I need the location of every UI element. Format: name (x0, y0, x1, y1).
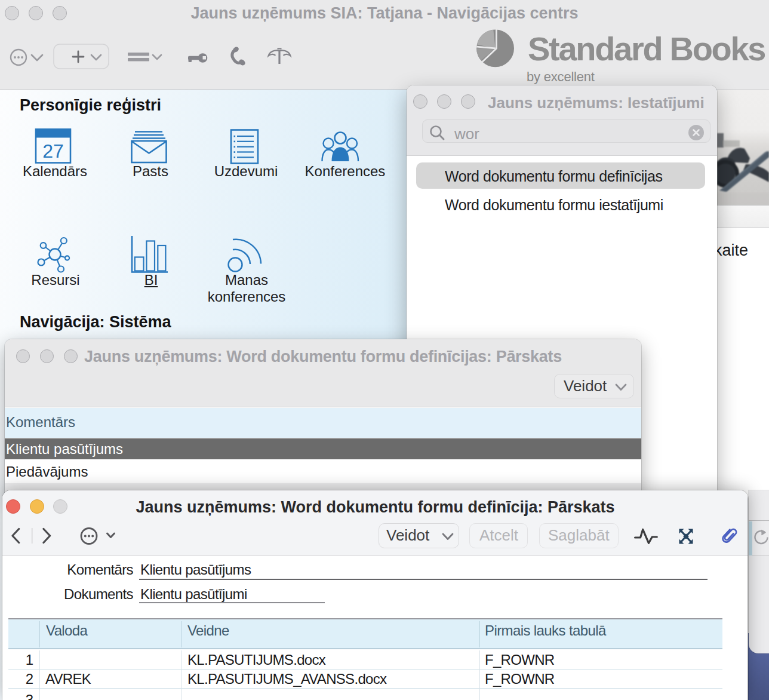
svg-text:Standard Books: Standard Books (528, 30, 765, 67)
svg-text:27: 27 (42, 140, 64, 162)
svg-text:by excellent: by excellent (527, 69, 595, 84)
